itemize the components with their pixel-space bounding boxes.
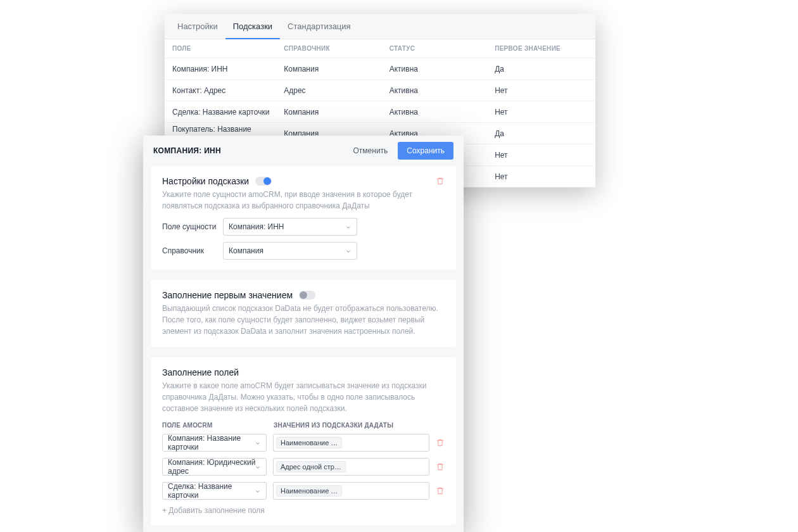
th-amocrm-field: ПОЛЕ AMOCRM <box>162 422 274 429</box>
mapping-row: Сделка: Название карточки Наименование … <box>162 482 445 500</box>
dadata-values-input[interactable]: Наименование … <box>273 434 429 452</box>
cell-reference: Компания <box>284 108 389 117</box>
card-desc-field-mapping: Укажите в какое поле amoCRM будет записы… <box>162 380 445 414</box>
card-field-mapping: Заполнение полей Укажите в какое поле am… <box>151 357 456 525</box>
panel-header: КОМПАНИЯ: ИНН Отменить Сохранить <box>143 136 464 166</box>
label-reference: Справочник <box>162 246 223 255</box>
cell-field: Контакт: Адрес <box>172 86 284 95</box>
card-desc-hint-settings: Укажите поле сущности amoCRM, при вводе … <box>162 189 445 212</box>
cell-first-value: Да <box>495 65 588 73</box>
cell-status: Активна <box>390 108 495 117</box>
select-amocrm-field-value: Компания: Название карточки <box>168 434 261 452</box>
dadata-values-input[interactable]: Адрес одной стр… <box>273 458 429 476</box>
select-amocrm-field[interactable]: Сделка: Название карточки <box>162 482 267 500</box>
tab-standardization[interactable]: Стандартизация <box>280 14 358 39</box>
select-entity-field-value: Компания: ИНН <box>229 222 284 231</box>
card-desc-first-value: Выпадающий список подсказок DaData не бу… <box>162 303 445 337</box>
card-hint-settings: Настройки подсказки Укажите поле сущност… <box>151 166 456 270</box>
table-header: ПОЛЕ СПРАВОЧНИК СТАТУС ПЕРВОЕ ЗНАЧЕНИЕ <box>165 39 595 58</box>
card-title-first-value: Заполнение первым значением <box>162 290 293 300</box>
chevron-down-icon <box>345 248 352 254</box>
cell-field: Сделка: Название карточки <box>172 108 284 117</box>
panel-title: КОМПАНИЯ: ИНН <box>153 146 347 155</box>
trash-icon[interactable] <box>436 177 445 186</box>
tabs-bar: Настройки Подсказки Стандартизация <box>165 14 595 39</box>
hint-detail-panel: КОМПАНИЯ: ИНН Отменить Сохранить Настрой… <box>143 136 464 532</box>
table-row[interactable]: Компания: ИНН Компания Активна Да <box>165 58 595 80</box>
table-row[interactable]: Контакт: Адрес Адрес Активна Нет <box>165 80 595 101</box>
label-entity-field: Поле сущности <box>162 222 223 231</box>
th-reference: СПРАВОЧНИК <box>284 45 389 52</box>
trash-icon[interactable] <box>436 486 445 495</box>
add-mapping-link[interactable]: + Добавить заполнение поля <box>162 506 445 515</box>
select-amocrm-field[interactable]: Компания: Название карточки <box>162 434 267 452</box>
value-chip[interactable]: Наименование … <box>276 437 342 448</box>
chevron-down-icon <box>255 488 261 494</box>
tab-hints[interactable]: Подсказки <box>225 14 280 39</box>
card-first-value: Заполнение первым значением Выпадающий с… <box>151 280 456 347</box>
cancel-button[interactable]: Отменить <box>347 142 395 159</box>
mapping-row: Компания: Юридический адрес Адрес одной … <box>162 458 445 476</box>
chevron-down-icon <box>255 464 261 470</box>
toggle-first-value[interactable] <box>299 291 315 300</box>
cell-first-value: Нет <box>495 151 588 160</box>
value-chip[interactable]: Адрес одной стр… <box>276 461 346 472</box>
th-dadata-value: ЗНАЧЕНИЯ ИЗ ПОДСКАЗКИ ДАДАТЫ <box>274 422 393 429</box>
th-first-value: ПЕРВОЕ ЗНАЧЕНИЕ <box>495 45 588 52</box>
table-row[interactable]: Сделка: Название карточки Компания Актив… <box>165 101 595 123</box>
cell-field: Компания: ИНН <box>172 65 284 73</box>
trash-icon[interactable] <box>436 438 445 447</box>
mapping-row: Компания: Название карточки Наименование… <box>162 434 445 452</box>
cell-first-value: Нет <box>495 172 588 181</box>
cell-status: Активна <box>390 86 495 95</box>
chevron-down-icon <box>255 440 261 446</box>
select-amocrm-field-value: Сделка: Название карточки <box>168 482 261 500</box>
card-title-hint-settings: Настройки подсказки <box>162 176 249 186</box>
cell-first-value: Да <box>495 129 588 138</box>
select-amocrm-field[interactable]: Компания: Юридический адрес <box>162 458 267 476</box>
select-entity-field[interactable]: Компания: ИНН <box>223 218 357 236</box>
cell-reference: Адрес <box>284 86 389 95</box>
chevron-down-icon <box>345 224 352 230</box>
tab-settings[interactable]: Настройки <box>170 14 225 39</box>
cell-first-value: Нет <box>495 108 588 117</box>
cell-first-value: Нет <box>495 86 588 95</box>
dadata-values-input[interactable]: Наименование … <box>273 482 429 500</box>
save-button[interactable]: Сохранить <box>398 142 453 160</box>
trash-icon[interactable] <box>436 462 445 471</box>
cell-reference: Компания <box>284 65 389 73</box>
card-title-field-mapping: Заполнение полей <box>162 367 445 377</box>
select-reference[interactable]: Компания <box>223 242 357 260</box>
th-field: ПОЛЕ <box>172 45 284 52</box>
th-status: СТАТУС <box>390 45 495 52</box>
select-amocrm-field-value: Компания: Юридический адрес <box>168 458 261 476</box>
panel-body: Настройки подсказки Укажите поле сущност… <box>143 166 464 532</box>
select-reference-value: Компания <box>229 246 263 255</box>
cell-status: Активна <box>390 65 495 73</box>
value-chip[interactable]: Наименование … <box>276 485 342 497</box>
toggle-hint-active[interactable] <box>255 177 272 186</box>
